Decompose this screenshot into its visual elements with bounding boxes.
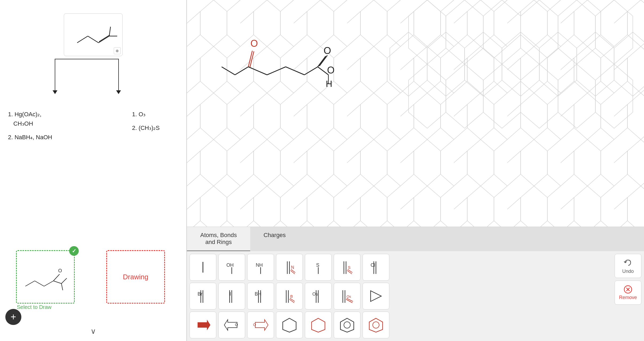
arrow-right-o-btn[interactable]: O [247,312,274,338]
remove-label: Remove [619,295,637,300]
condition-left-3: 2. NaBH₄, NaOH [8,133,52,142]
svg-text:O: O [253,323,256,327]
double-bond-os-btn[interactable]: Os [334,283,360,309]
nh-btn[interactable]: NH [247,254,274,281]
double-bond-n-btn[interactable]: N [276,254,303,281]
condition-left-2: CH₃OH [13,119,52,128]
undo-button[interactable]: Undo [615,254,641,278]
toolbar: Atoms, Bonds and Rings Charges [187,227,644,341]
toolbar-row3: O O [190,312,610,338]
reaction-area: 1. Hg(OAc)₂, CH₃OH 2. NaBH₄, NaOH 1. O₃ … [5,56,181,336]
undo-icon [623,258,633,268]
right-panel: O O O H Atoms, Bonds and Rings [187,0,644,341]
answer-molecule: O [20,254,71,300]
svg-line-42 [267,67,286,75]
toolbar-row1: OH NH [190,254,610,281]
svg-line-44 [304,67,318,75]
remove-button[interactable]: Remove [615,281,641,305]
single-bond-btn[interactable] [190,254,216,281]
svg-text:O: O [250,38,258,49]
bh-btn[interactable]: BH [247,283,274,309]
svg-line-8 [44,281,53,286]
undo-label: Undo [622,269,634,274]
svg-line-37 [235,67,248,75]
starting-material-molecule [69,19,117,51]
condition-left-1: 1. Hg(OAc)₂, [8,110,52,119]
os-btn[interactable]: Os [305,283,332,309]
hexagon-open-btn[interactable] [305,312,332,338]
left-panel: ⊕ 1. Hg(OAc)₂, CH₃OH 2. NaBH₄, NaOH 1. O… [0,0,187,341]
svg-point-106 [373,322,379,328]
reaction-conditions-left: 1. Hg(OAc)₂, CH₃OH 2. NaBH₄, NaOH [8,110,52,142]
svg-line-2 [99,36,109,43]
svg-text:Cl: Cl [371,262,375,268]
svg-text:O: O [327,65,335,76]
svg-text:Os: Os [347,294,351,299]
tab-charges[interactable]: Charges [250,227,299,251]
arrow-right-btn[interactable] [190,312,216,338]
reaction-conditions-right: 1. O₃ 2. (CH₃)₂S [132,110,160,133]
condition-right-2: 2. (CH₃)₂S [132,123,160,133]
svg-line-41 [248,67,267,75]
svg-text:B: B [290,294,293,299]
svg-line-47 [318,56,326,67]
s-atom-btn[interactable]: S [305,254,332,281]
molecule-preview: ⊕ [64,13,123,56]
svg-text:O: O [58,268,62,273]
triangle-btn[interactable] [363,283,389,309]
svg-line-45 [318,67,328,75]
svg-line-52 [222,67,235,75]
svg-line-1 [88,36,99,43]
svg-line-3 [99,35,110,42]
br-btn[interactable]: Br [190,283,216,309]
svg-line-6 [25,281,35,286]
svg-line-68 [347,270,352,274]
double-bond-b-btn[interactable]: B [276,283,303,309]
i-btn[interactable]: I [218,283,245,309]
oh-btn[interactable]: OH [218,254,245,281]
svg-text:OH: OH [226,262,234,268]
svg-text:O: O [324,45,331,56]
svg-marker-96 [198,320,210,330]
arrow-left-o-btn[interactable]: O [218,312,245,338]
chevron-down-icon[interactable]: ∨ [91,327,96,336]
svg-line-48 [319,55,327,66]
svg-marker-105 [369,318,383,332]
zoom-icon[interactable]: ⊕ [114,47,121,54]
add-button-label: + [10,311,16,323]
svg-text:Br: Br [198,291,202,297]
double-bond-s-btn[interactable]: S [334,254,360,281]
svg-text:S: S [348,265,351,270]
answer-box-drawing[interactable]: Drawing [106,250,165,304]
remove-icon [624,285,632,294]
svg-line-61 [290,270,295,274]
answer-box-correct[interactable]: ✓ O Select to Draw [16,250,75,304]
cl-btn[interactable]: Cl [363,254,389,281]
svg-line-62 [291,269,295,273]
svg-marker-103 [340,318,354,332]
side-actions: Undo Remove [615,254,641,305]
checkmark-icon: ✓ [69,246,79,256]
svg-line-85 [289,299,294,303]
svg-line-12 [61,278,67,284]
svg-point-104 [344,322,350,328]
svg-line-0 [77,36,88,43]
condition-right-1: 1. O₃ [132,110,160,119]
svg-line-43 [286,67,304,75]
drawing-label: Drawing [123,273,148,281]
svg-text:H: H [326,79,332,89]
hexagon-circle-red-btn[interactable] [363,312,389,338]
main-molecule: O O O H [214,21,374,128]
add-button[interactable]: + [5,309,21,325]
svg-text:S: S [316,262,319,268]
svg-marker-99 [255,320,268,330]
svg-text:Os: Os [312,292,318,296]
hexagon-btn[interactable] [276,312,303,338]
svg-line-69 [348,269,352,273]
svg-line-86 [290,298,295,301]
hexagon-circle-btn[interactable] [334,312,360,338]
svg-line-10 [53,281,61,284]
svg-marker-95 [371,291,381,301]
svg-marker-102 [312,318,325,332]
tab-atoms-bonds-rings[interactable]: Atoms, Bonds and Rings [187,227,250,251]
